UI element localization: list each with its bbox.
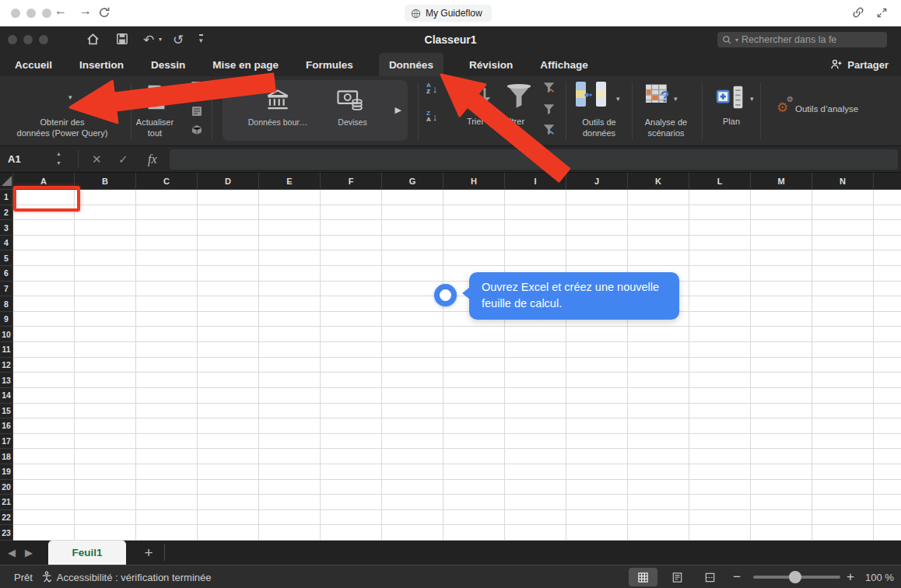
grid-cell-C5[interactable] xyxy=(136,250,198,266)
grid-cell-C22[interactable] xyxy=(136,510,198,526)
grid-cell-G17[interactable] xyxy=(382,434,443,450)
grid-cell-L7[interactable] xyxy=(689,282,751,297)
column-header-partial[interactable] xyxy=(874,173,901,189)
grid-cell-N21[interactable] xyxy=(812,495,874,510)
grid-cell-M3[interactable] xyxy=(751,220,812,236)
insert-function-icon[interactable]: fx xyxy=(148,146,157,172)
grid-cell-E21[interactable] xyxy=(259,495,321,510)
grid-cell-L2[interactable] xyxy=(689,205,751,221)
row-header-13[interactable]: 13 xyxy=(0,373,13,388)
grid-cell-J2[interactable] xyxy=(566,205,628,221)
grid-cell-M23[interactable] xyxy=(751,525,812,541)
grid-cell-L3[interactable] xyxy=(689,220,751,236)
enter-icon[interactable]: ✓ xyxy=(118,146,128,172)
grid-cell-N11[interactable] xyxy=(812,342,874,358)
connection-properties-icon[interactable] xyxy=(191,106,202,117)
zoom-in-button[interactable]: + xyxy=(847,565,854,588)
sort-za-button[interactable]: ZA↓ xyxy=(426,110,437,123)
grid-cell-L18[interactable] xyxy=(689,449,751,464)
grid-cell-B11[interactable] xyxy=(75,342,136,358)
grid-cell-N7[interactable] xyxy=(812,282,874,297)
grid-cell-B18[interactable] xyxy=(75,449,136,464)
grid-cell-E20[interactable] xyxy=(259,480,321,495)
filter-reapply-icon[interactable] xyxy=(542,81,556,94)
grid-cell-J20[interactable] xyxy=(566,480,628,495)
grid-cell-B10[interactable] xyxy=(75,327,136,342)
grid-cell-H22[interactable] xyxy=(443,510,505,526)
name-box[interactable]: A1 xyxy=(8,146,21,172)
grid-cell-D8[interactable] xyxy=(198,296,259,312)
normal-view-button[interactable] xyxy=(629,568,657,586)
grid-cell-J3[interactable] xyxy=(566,220,628,236)
grid-cell-partial-3[interactable] xyxy=(874,220,901,236)
grid-cell-H10[interactable] xyxy=(443,327,505,342)
grid-cell-K13[interactable] xyxy=(628,373,689,388)
zoom-slider-thumb[interactable] xyxy=(789,571,801,583)
grid-cell-D20[interactable] xyxy=(198,480,259,495)
grid-cell-H20[interactable] xyxy=(443,480,505,495)
grid-cell-B4[interactable] xyxy=(75,236,136,251)
grid-cell-G22[interactable] xyxy=(382,510,443,526)
grid-cell-G13[interactable] xyxy=(382,373,443,388)
grid-cell-B22[interactable] xyxy=(75,510,136,526)
grid-cell-partial-17[interactable] xyxy=(874,434,901,450)
grid-cell-E10[interactable] xyxy=(259,327,321,342)
row-header-19[interactable]: 19 xyxy=(0,464,13,480)
sheet-tab-feuil1[interactable]: Feuil1 xyxy=(48,541,126,565)
grid-cell-partial-5[interactable] xyxy=(874,250,901,266)
row-header-17[interactable]: 17 xyxy=(0,434,13,450)
back-icon[interactable]: ← xyxy=(51,4,70,18)
grid-cell-F12[interactable] xyxy=(321,358,382,373)
column-header-M[interactable]: M xyxy=(751,173,812,189)
grid-cell-N22[interactable] xyxy=(812,510,874,526)
grid-cell-F22[interactable] xyxy=(321,510,382,526)
grid-cell-J17[interactable] xyxy=(566,434,628,450)
grid-cell-B5[interactable] xyxy=(75,250,136,266)
grid-cell-E12[interactable] xyxy=(259,358,321,373)
grid-cell-G2[interactable] xyxy=(382,205,443,221)
grid-cell-M14[interactable] xyxy=(751,388,812,404)
grid-cell-I18[interactable] xyxy=(505,449,566,464)
grid-cell-F23[interactable] xyxy=(321,525,382,541)
grid-cell-E3[interactable] xyxy=(259,220,321,236)
filter-clear-icon[interactable] xyxy=(542,103,556,116)
grid-cell-N4[interactable] xyxy=(812,236,874,251)
grid-cell-A22[interactable] xyxy=(13,510,75,526)
grid-cell-C18[interactable] xyxy=(136,449,198,464)
grid-cell-A20[interactable] xyxy=(13,480,75,495)
grid-cell-G9[interactable] xyxy=(382,312,443,327)
zoom-out-button[interactable]: − xyxy=(733,565,741,588)
row-header-10[interactable]: 10 xyxy=(0,327,13,342)
sheet-next-icon[interactable]: ▶ xyxy=(25,547,33,558)
grid-cell-A19[interactable] xyxy=(13,464,75,480)
grid-cell-F13[interactable] xyxy=(321,373,382,388)
column-header-G[interactable]: G xyxy=(382,173,443,189)
grid-cell-L11[interactable] xyxy=(689,342,751,358)
grid-cell-B23[interactable] xyxy=(75,525,136,541)
row-header-8[interactable]: 8 xyxy=(0,296,13,312)
grid-cell-H15[interactable] xyxy=(443,404,505,419)
tab-accueil[interactable]: Accueil xyxy=(13,53,54,76)
grid-cell-J21[interactable] xyxy=(566,495,628,510)
column-header-C[interactable]: C xyxy=(136,173,198,189)
grid-cell-L5[interactable] xyxy=(689,250,751,266)
grid-cell-B20[interactable] xyxy=(75,480,136,495)
grid-cell-N20[interactable] xyxy=(812,480,874,495)
grid-cell-M1[interactable] xyxy=(751,190,812,205)
column-header-D[interactable]: D xyxy=(198,173,259,189)
grid-cell-G19[interactable] xyxy=(382,464,443,480)
grid-cell-G16[interactable] xyxy=(382,418,443,434)
grid-cell-F6[interactable] xyxy=(321,266,382,282)
grid-cell-E22[interactable] xyxy=(259,510,321,526)
grid-cell-K2[interactable] xyxy=(628,205,689,221)
grid-cell-G18[interactable] xyxy=(382,449,443,464)
grid-cell-partial-6[interactable] xyxy=(874,266,901,282)
grid-cell-N3[interactable] xyxy=(812,220,874,236)
grid-cell-D19[interactable] xyxy=(198,464,259,480)
grid-cell-C15[interactable] xyxy=(136,404,198,419)
grid-cell-G14[interactable] xyxy=(382,388,443,404)
grid-cell-F19[interactable] xyxy=(321,464,382,480)
grid-cell-C11[interactable] xyxy=(136,342,198,358)
grid-cell-E5[interactable] xyxy=(259,250,321,266)
grid-cell-A8[interactable] xyxy=(13,296,75,312)
